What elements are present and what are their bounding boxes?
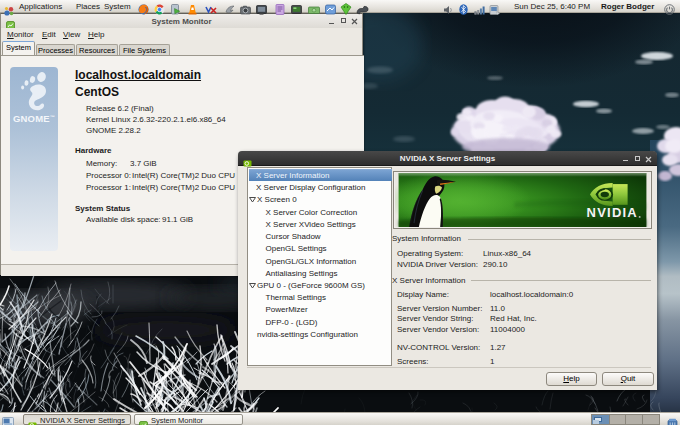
- svg-text:NVIDIA: NVIDIA: [587, 205, 638, 220]
